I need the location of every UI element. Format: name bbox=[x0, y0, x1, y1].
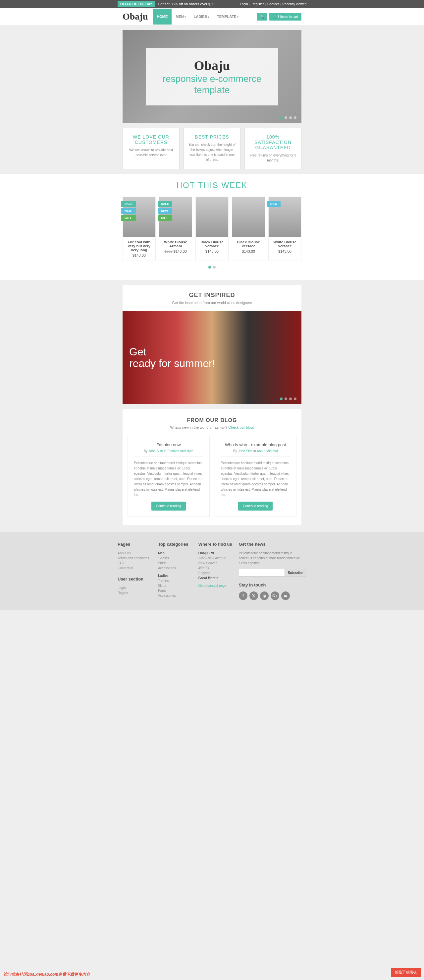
nav-home[interactable]: HOME bbox=[153, 9, 172, 24]
post-meta: By John Slim in About Minimal bbox=[221, 449, 291, 457]
product-dots bbox=[118, 261, 306, 274]
hero-dot[interactable] bbox=[284, 116, 287, 119]
hero-dot[interactable] bbox=[280, 116, 283, 119]
cart-button[interactable]: 🛒 3 items in cart bbox=[269, 13, 302, 21]
post-author[interactable]: John Slim bbox=[238, 449, 252, 453]
product-name: White Blouse Versace bbox=[271, 240, 299, 248]
inspired-dot[interactable] bbox=[289, 398, 292, 400]
product-name: Black Blouse Versace bbox=[234, 240, 263, 248]
twitter-icon[interactable]: 𝕏 bbox=[249, 592, 258, 600]
topbar: OFFER OF THE DAY Get flat 35% off on ord… bbox=[0, 0, 424, 8]
newsletter-input[interactable] bbox=[239, 569, 285, 576]
post-category[interactable]: Fashion and style bbox=[167, 449, 193, 453]
footer-link[interactable]: Regiter bbox=[118, 590, 151, 595]
inspired-dot[interactable] bbox=[280, 398, 283, 400]
inspired-section: GET INSPIRED Get the inspiration from ou… bbox=[122, 285, 302, 404]
product-name: Black Blouse Versace bbox=[198, 240, 226, 248]
footer-link[interactable]: Shirts bbox=[158, 561, 192, 566]
offer-badge: OFFER OF THE DAY bbox=[118, 1, 155, 7]
continue-reading-button[interactable]: Continue reading bbox=[151, 502, 186, 511]
product-card[interactable]: Black Blouse Versace $143.00 bbox=[195, 197, 229, 261]
footer-pages: Pages About usTerms and conditionsFAQCon… bbox=[118, 542, 151, 600]
hot-title: HOT THIS WEEK bbox=[118, 181, 306, 190]
footer-link[interactable]: FAQ bbox=[118, 561, 151, 566]
hero-subtitle: responsive e-commerce template bbox=[162, 73, 262, 95]
post-category[interactable]: About Minimal bbox=[257, 449, 278, 453]
product-card[interactable]: SALENEWGIFT White Blouse Armani $280$143… bbox=[159, 197, 192, 261]
search-button[interactable]: 🔍 bbox=[257, 13, 267, 21]
hero-title: Obaju bbox=[162, 58, 262, 73]
continue-reading-button[interactable]: Continue reading bbox=[238, 502, 273, 511]
product-card[interactable]: Black Blouse Versace $143.00 bbox=[232, 197, 265, 261]
footer-link[interactable]: Skirts bbox=[158, 583, 192, 588]
footer-where: Where to find us Obaju Ltd.13/25 New Ave… bbox=[199, 542, 232, 600]
footer-link[interactable]: Contact us bbox=[118, 566, 151, 571]
go-contact-link[interactable]: Go to contact page bbox=[199, 584, 232, 587]
footer-link[interactable]: Accessories bbox=[158, 593, 192, 598]
hero-dots bbox=[280, 116, 297, 119]
footer-link[interactable]: Terms and conditions bbox=[118, 556, 151, 561]
post-text: Pellentesque habitant morbi tristique se… bbox=[134, 460, 203, 498]
inspired-dot[interactable] bbox=[294, 398, 297, 400]
footer-link[interactable]: Login bbox=[118, 585, 151, 590]
register-link[interactable]: Register bbox=[251, 2, 264, 6]
nav-men[interactable]: MEN bbox=[172, 9, 189, 24]
footer-link[interactable]: T-shirts bbox=[158, 556, 192, 561]
blog-subtitle: What's new in the world of fashion? Chec… bbox=[127, 425, 297, 430]
products-carousel: SALENEWGIFT Fur coat with very but very … bbox=[118, 197, 306, 261]
subscribe-button[interactable]: Subscribe! bbox=[285, 569, 306, 576]
footer-link[interactable]: Pants bbox=[158, 588, 192, 593]
badge-new: NEW bbox=[121, 208, 136, 214]
post-title: Fashion now bbox=[134, 442, 203, 447]
google-plus-icon[interactable]: G+ bbox=[271, 592, 279, 600]
cart-icon: 🛒 bbox=[273, 15, 276, 19]
address-line: 45Y 73J bbox=[199, 566, 232, 571]
hero-dot[interactable] bbox=[289, 116, 292, 119]
product-image: SALENEWGIFT bbox=[123, 197, 156, 237]
inspired-dots bbox=[280, 398, 297, 400]
footer-categories: Top categories Men T-shirtsShirtsAccesso… bbox=[158, 542, 192, 600]
email-icon[interactable]: ✉ bbox=[281, 592, 290, 600]
feature-title: 100% SATISFACTION GUARANTEED bbox=[249, 134, 297, 150]
product-price: $143.00 bbox=[271, 249, 299, 253]
check-blog-link[interactable]: Check our blog! bbox=[228, 425, 254, 430]
product-dot[interactable] bbox=[208, 266, 211, 269]
inspired-dot[interactable] bbox=[284, 398, 287, 400]
feature-box: 100% SATISFACTION GUARANTEED Free return… bbox=[245, 128, 302, 169]
product-name: White Blouse Armani bbox=[161, 240, 190, 248]
offer-text: Get flat 35% off on orders over $50! bbox=[158, 2, 215, 6]
hero-carousel: Obaju responsive e-commerce template bbox=[122, 30, 302, 123]
instagram-icon[interactable]: ◎ bbox=[260, 592, 268, 600]
feature-text: You can check that the height of the box… bbox=[188, 142, 236, 162]
post-author[interactable]: John Slim bbox=[148, 449, 163, 453]
hot-section: HOT THIS WEEK SALENEWGIFT Fur coat with … bbox=[0, 174, 424, 280]
nav-ladies[interactable]: LADIES bbox=[190, 9, 213, 24]
facebook-icon[interactable]: f bbox=[239, 592, 248, 600]
hero-dot[interactable] bbox=[294, 116, 297, 119]
recently-viewed-link[interactable]: Recently viewed bbox=[282, 2, 306, 6]
footer: Pages About usTerms and conditionsFAQCon… bbox=[0, 532, 424, 610]
address-line: Great Britain bbox=[199, 576, 232, 581]
login-link[interactable]: Login bbox=[240, 2, 248, 6]
inspired-banner: Get ready for summer! bbox=[122, 311, 302, 404]
contact-link[interactable]: Contact bbox=[267, 2, 279, 6]
product-image: NEW bbox=[268, 197, 301, 237]
product-image: SALENEWGIFT bbox=[159, 197, 192, 237]
footer-link[interactable]: About us bbox=[118, 550, 151, 556]
inspired-title: GET INSPIRED bbox=[129, 292, 295, 299]
blog-post: Fashion now By John Slim in Fashion and … bbox=[127, 436, 210, 517]
nav-template[interactable]: TEMPLATE bbox=[213, 9, 242, 24]
address-line: New Heaven bbox=[199, 561, 232, 566]
logo[interactable]: Obaju bbox=[118, 8, 153, 25]
post-text: Pellentesque habitant morbi tristique se… bbox=[221, 460, 291, 498]
badge-sale: SALE bbox=[121, 201, 136, 207]
product-name: Fur coat with very but very very long bbox=[125, 240, 153, 252]
product-dot[interactable] bbox=[213, 266, 216, 269]
address-line: England bbox=[199, 571, 232, 576]
product-card[interactable]: SALENEWGIFT Fur coat with very but very … bbox=[122, 197, 156, 261]
footer-link[interactable]: Accessories bbox=[158, 566, 192, 571]
footer-link[interactable]: T-shirts bbox=[158, 578, 192, 583]
hero-overlay: Obaju responsive e-commerce template bbox=[146, 48, 278, 105]
social-icons: f 𝕏 ◎ G+ ✉ bbox=[239, 592, 306, 600]
product-card[interactable]: NEW White Blouse Versace $143.00 bbox=[268, 197, 302, 261]
